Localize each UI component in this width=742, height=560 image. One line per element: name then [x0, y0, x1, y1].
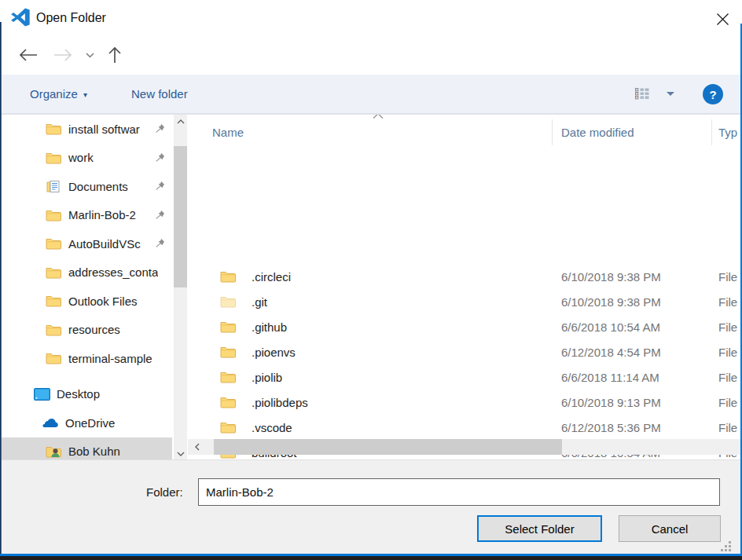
- file-type: File: [718, 295, 740, 309]
- sidebar-item-label: resources: [68, 323, 120, 336]
- file-date-modified: 6/10/2018 9:13 PM: [561, 396, 718, 409]
- file-row[interactable]: .circleci 6/10/2018 9:38 PM File: [188, 264, 740, 289]
- scroll-up-icon[interactable]: [174, 115, 187, 128]
- desktop-icon: [33, 387, 50, 401]
- folder-icon: [220, 371, 237, 383]
- user-folder-icon: [45, 445, 62, 459]
- history-dropdown-icon[interactable]: [82, 42, 97, 68]
- organize-menu[interactable]: Organize ▾: [30, 75, 87, 113]
- documents-icon: [45, 179, 62, 193]
- sidebar-item[interactable]: Desktop: [2, 380, 172, 409]
- folder-icon: [220, 421, 237, 434]
- column-divider[interactable]: [552, 119, 553, 145]
- sidebar-item-label: Documents: [68, 180, 128, 193]
- sidebar-item[interactable]: AutoBuildVSc: [2, 229, 172, 258]
- file-row[interactable]: .pioenvs 6/12/2018 4:54 PM File: [188, 339, 740, 364]
- column-header-name[interactable]: Name: [212, 115, 244, 150]
- view-mode-dropdown-icon[interactable]: [667, 75, 674, 113]
- onedrive-icon: [42, 415, 59, 430]
- sidebar-item[interactable]: Documents: [2, 172, 172, 201]
- forward-icon[interactable]: [52, 42, 74, 68]
- file-date-modified: 6/6/2018 10:54 AM: [561, 320, 718, 334]
- sidebar-item-label: Desktop: [57, 387, 100, 401]
- file-row[interactable]: .piolib 6/6/2018 11:14 AM File: [188, 364, 740, 390]
- column-header-date-modified[interactable]: Date modified: [561, 115, 634, 150]
- file-name: .piolib: [252, 371, 561, 384]
- dialog-footer: Folder: Select Folder Cancel: [2, 459, 740, 554]
- horizontal-scrollbar[interactable]: [188, 439, 740, 455]
- sidebar-item-label: OneDrive: [65, 416, 115, 430]
- file-name: .pioenvs: [252, 346, 561, 359]
- navigation-sidebar: install softwar: [2, 115, 172, 459]
- scrollbar-thumb[interactable]: [214, 439, 562, 455]
- sidebar-item[interactable]: Marlin-Bob-2: [2, 201, 172, 230]
- file-row[interactable]: .piolibdeps 6/10/2018 9:13 PM File: [188, 390, 740, 415]
- folder-icon: [45, 236, 62, 251]
- select-folder-button[interactable]: Select Folder: [477, 515, 602, 542]
- sidebar-item-label: Marlin-Bob-2: [68, 208, 136, 221]
- folder-icon: [45, 294, 62, 308]
- sidebar-item-label: addresses_conta: [68, 265, 158, 279]
- new-folder-label: New folder: [131, 87, 188, 101]
- sidebar-scrollbar[interactable]: [174, 115, 187, 459]
- sidebar-item[interactable]: addresses_conta: [2, 258, 172, 287]
- file-row[interactable]: .github 6/6/2018 10:54 AM File: [188, 314, 740, 339]
- file-rows: .circleci 6/10/2018 9:38 PM File .git 6/…: [188, 264, 740, 459]
- column-divider[interactable]: [711, 119, 712, 145]
- organize-label: Organize: [30, 87, 78, 101]
- up-icon[interactable]: [104, 42, 126, 68]
- help-button[interactable]: ?: [703, 84, 723, 104]
- column-header-type[interactable]: Typ: [718, 115, 737, 150]
- pin-icon: [155, 238, 165, 248]
- folder-icon: [45, 351, 62, 365]
- sidebar-item-label: install softwar: [68, 123, 140, 136]
- window-title: Open Folder: [36, 0, 106, 35]
- pin-icon: [155, 181, 165, 191]
- pin-icon: [155, 210, 165, 220]
- scroll-down-icon[interactable]: [174, 447, 187, 459]
- file-row[interactable]: .git 6/10/2018 9:38 PM File: [188, 289, 740, 314]
- file-date-modified: 6/12/2018 5:36 PM: [561, 421, 718, 434]
- command-toolbar: Organize ▾ New folder ?: [2, 75, 740, 114]
- help-label: ?: [709, 88, 716, 101]
- resize-grip[interactable]: [729, 541, 731, 544]
- folder-icon: [45, 151, 62, 165]
- file-type: File: [718, 320, 740, 334]
- file-name: .git: [252, 295, 561, 309]
- scroll-left-icon[interactable]: [188, 439, 207, 455]
- sidebar-item[interactable]: OneDrive: [2, 408, 172, 437]
- pin-icon: [155, 152, 165, 163]
- folder-icon: [220, 295, 237, 308]
- chevron-down-icon: ▾: [83, 91, 87, 99]
- file-type: File: [718, 421, 740, 434]
- cancel-button[interactable]: Cancel: [619, 515, 721, 542]
- new-folder-button[interactable]: New folder: [131, 75, 188, 113]
- file-date-modified: 6/10/2018 9:38 PM: [561, 270, 718, 284]
- view-mode-button[interactable]: [635, 75, 649, 113]
- back-icon[interactable]: [17, 42, 39, 68]
- content-area: install softwar: [2, 114, 740, 459]
- sidebar-item[interactable]: resources: [2, 316, 172, 345]
- sidebar-item[interactable]: install softwar: [2, 115, 172, 144]
- navigation-bar: « GitHub Marlin-Bob-2: [2, 35, 740, 75]
- close-icon[interactable]: [712, 9, 733, 29]
- file-type: File: [718, 270, 740, 284]
- file-list-pane: Name Date modified Typ .circleci 6/10/20…: [188, 115, 740, 459]
- sidebar-item-label: terminal-sample: [68, 352, 152, 365]
- folder-name-input[interactable]: [198, 478, 720, 506]
- window-shadow-bottom: [0, 556, 742, 560]
- scrollbar-thumb[interactable]: [174, 146, 187, 287]
- folder-icon: [220, 320, 237, 333]
- sidebar-item[interactable]: Outlook Files: [2, 287, 172, 316]
- file-row[interactable]: .vscode 6/12/2018 5:36 PM File: [188, 415, 740, 440]
- folder-icon: [45, 265, 62, 280]
- sidebar-item[interactable]: work: [2, 144, 172, 173]
- file-name: .circleci: [252, 270, 561, 284]
- sidebar-item[interactable]: terminal-sample: [2, 344, 172, 373]
- sidebar-item-label: AutoBuildVSc: [68, 237, 141, 251]
- folder-icon: [220, 396, 237, 408]
- window-border-left: [0, 22, 2, 554]
- sidebar-item[interactable]: Bob Kuhn: [2, 437, 172, 460]
- folder-icon: [45, 122, 62, 136]
- file-type: File: [718, 396, 740, 409]
